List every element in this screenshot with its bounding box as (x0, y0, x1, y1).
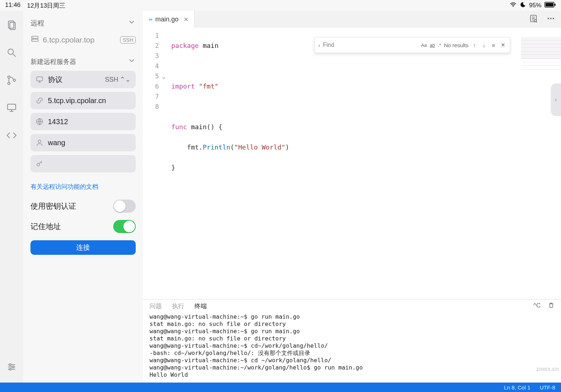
code-content[interactable]: package main import "fmt" func main() { … (170, 28, 561, 299)
reader-icon[interactable] (529, 14, 538, 24)
trash-icon[interactable] (548, 302, 554, 310)
tab-main-go[interactable]: ∞ main.go ✕ (143, 11, 194, 28)
key-field[interactable] (30, 155, 136, 172)
expand-icon[interactable]: › (318, 42, 320, 48)
prev-match-icon[interactable]: ↑ (471, 42, 478, 48)
svg-rect-3 (554, 4, 556, 6)
protocol-value: SSH (105, 76, 118, 83)
connect-button[interactable]: 连接 (30, 240, 136, 255)
fold-column[interactable]: ⌄ (162, 28, 170, 299)
svg-rect-24 (37, 77, 43, 81)
tab-problems[interactable]: 问题 (150, 302, 162, 310)
svg-rect-2 (545, 3, 553, 7)
user-value: wang (48, 139, 131, 147)
svg-point-0 (513, 6, 513, 7)
status-time: 11:46 (5, 1, 21, 10)
svg-point-28 (38, 140, 41, 143)
encoding[interactable]: UTF-8 (540, 384, 556, 391)
svg-point-18 (12, 366, 14, 368)
port-field[interactable]: 14312 (30, 113, 136, 130)
sidebar-title: 远程 (30, 19, 44, 28)
user-icon (36, 139, 44, 147)
fold-icon[interactable]: ⌄ (162, 71, 170, 81)
remote-sidebar: 远程 6.tcp.cpolar.top SSH 新建远程服务器 协议 SSH⌃⌄… (23, 11, 143, 383)
updown-icon: ⌃⌄ (120, 75, 131, 83)
settings-icon[interactable] (6, 362, 17, 374)
battery-icon (544, 2, 556, 9)
globe-icon (36, 118, 44, 126)
regex-icon[interactable]: .* (438, 42, 441, 48)
close-find-icon[interactable]: ✕ (500, 42, 506, 48)
switch-remember-label: 记住地址 (30, 221, 61, 232)
terminal-shortcut[interactable]: ^C (533, 302, 541, 310)
switch-key-auth[interactable] (113, 200, 136, 213)
editor-tabs: ∞ main.go ✕ (143, 11, 561, 28)
protocol-field[interactable]: 协议 SSH⌃⌄ (30, 71, 136, 88)
terminal-output[interactable]: wang@wang-virtual-machine:~$ go run main… (143, 313, 561, 383)
server-entry[interactable]: 6.tcp.cpolar.top SSH (30, 34, 136, 45)
svg-point-10 (13, 79, 15, 81)
find-results: No results (444, 42, 468, 48)
svg-point-19 (9, 368, 11, 370)
svg-point-34 (550, 18, 552, 19)
moon-icon (520, 1, 526, 10)
tab-terminal[interactable]: 终端 (194, 302, 207, 310)
find-bar: › Aa ab .* No results ↑ ↓ ≡ ✕ (314, 37, 510, 53)
host-field[interactable]: 5.tcp.vip.cpolar.cn (30, 92, 136, 109)
svg-rect-11 (8, 104, 16, 110)
activity-rail (0, 11, 23, 383)
chevron-down-icon[interactable] (128, 18, 136, 28)
tab-run[interactable]: 执行 (172, 302, 184, 310)
close-icon[interactable]: ✕ (184, 16, 188, 23)
ssh-badge: SSH (120, 36, 136, 44)
wifi-icon (509, 1, 517, 10)
svg-point-9 (8, 82, 10, 85)
svg-point-22 (33, 37, 33, 38)
remote-docs-link[interactable]: 有关远程访问功能的文档 (30, 183, 136, 191)
status-date: 12月13日周三 (27, 1, 66, 10)
source-control-icon[interactable] (6, 75, 17, 87)
side-grip[interactable]: ‹ (551, 83, 561, 116)
svg-point-23 (33, 40, 33, 41)
protocol-label: 协议 (48, 75, 101, 85)
host-value: 5.tcp.vip.cpolar.cn (48, 97, 131, 105)
svg-point-6 (8, 49, 13, 54)
code-icon[interactable] (6, 130, 17, 142)
svg-point-29 (37, 163, 40, 166)
find-in-selection-icon[interactable]: ≡ (490, 42, 497, 48)
more-icon[interactable] (546, 14, 555, 24)
key-icon (36, 160, 44, 168)
monitor-icon (36, 75, 44, 83)
cursor-position[interactable]: Ln 8, Col 1 (504, 384, 531, 391)
editor-area: ∞ main.go ✕ 12345678 ⌄ package main impo… (143, 11, 561, 383)
line-gutter: 12345678 (143, 28, 162, 299)
chevron-down-icon[interactable] (128, 57, 136, 66)
remote-icon[interactable] (6, 102, 17, 115)
svg-rect-21 (32, 39, 38, 41)
match-case-icon[interactable]: Aa (421, 42, 427, 48)
code-editor[interactable]: 12345678 ⌄ package main import "fmt" fun… (143, 28, 561, 299)
next-match-icon[interactable]: ↓ (481, 42, 487, 48)
user-field[interactable]: wang (30, 134, 136, 151)
go-file-icon: ∞ (149, 16, 152, 22)
files-icon[interactable] (6, 20, 17, 32)
status-bar-bottom: Ln 8, Col 1 UTF-8 (0, 383, 561, 392)
search-icon[interactable] (6, 47, 17, 60)
tab-filename: main.go (155, 16, 179, 23)
find-input[interactable] (323, 42, 418, 48)
svg-point-33 (548, 18, 549, 19)
port-value: 14312 (48, 118, 131, 126)
switch-remember[interactable] (113, 220, 136, 233)
battery-percent: 95% (529, 2, 541, 9)
server-icon (30, 34, 39, 45)
svg-point-17 (9, 364, 11, 366)
new-server-title: 新建远程服务器 (30, 57, 76, 66)
server-host: 6.tcp.cpolar.top (43, 36, 94, 44)
svg-point-35 (553, 18, 554, 19)
svg-point-8 (8, 76, 10, 78)
minimap[interactable] (521, 37, 561, 70)
watermark: znwx.cn (536, 366, 559, 372)
svg-line-32 (536, 21, 537, 23)
switch-key-auth-label: 使用密钥认证 (30, 201, 76, 211)
whole-word-icon[interactable]: ab (430, 42, 435, 48)
